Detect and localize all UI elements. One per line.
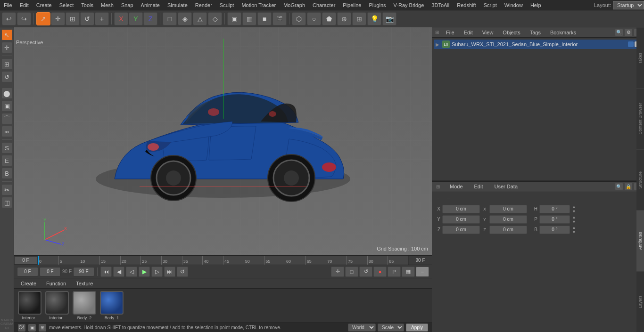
step-back-button[interactable]: ◀ [113, 267, 124, 277]
obj-search-icon[interactable]: 🔍 [615, 29, 623, 36]
pb-rotate-button[interactable]: ↺ [359, 267, 372, 277]
object-mode-button[interactable]: □ [163, 12, 177, 25]
left-smooth[interactable]: S [1, 142, 13, 154]
menu-script[interactable]: Script [480, 1, 501, 9]
obj-config-icon[interactable]: ⚙ [624, 29, 633, 36]
y-axis-button[interactable]: Y [129, 12, 143, 25]
current-frame-display[interactable] [14, 256, 38, 265]
pb-select-button[interactable]: □ [345, 267, 358, 277]
material-function-menu[interactable]: Function [41, 280, 71, 287]
coord-b-spin[interactable]: ▲▼ [572, 225, 576, 235]
redo-button[interactable]: ↪ [17, 12, 31, 25]
obj-menu-objects[interactable]: Objects [499, 29, 524, 36]
playback-start-input[interactable] [17, 267, 38, 276]
tab-content-browser[interactable]: Content Browser [636, 88, 644, 149]
rotate-mode-button[interactable]: ↺ [80, 12, 94, 25]
tab-attributes[interactable]: Attributes [636, 210, 644, 271]
layout-select[interactable]: Startup [613, 1, 644, 9]
viewport-mode-icon[interactable]: ▣ [28, 324, 36, 332]
move-mode-button[interactable]: ✛ [51, 12, 65, 25]
menu-simulate[interactable]: Simulate [164, 1, 191, 9]
pb-grid-button[interactable]: ▦ [402, 267, 415, 277]
left-scale-button[interactable]: ⊞ [1, 58, 13, 70]
viewport-container[interactable]: View Cameras Display Options Filter Pane… [14, 27, 432, 255]
coord-y-pos-input[interactable] [442, 215, 480, 224]
playback-start2-input[interactable] [40, 267, 61, 276]
menu-3dtoall[interactable]: 3DToAll [428, 1, 453, 9]
select-mode-button[interactable]: ↗ [36, 12, 50, 25]
menu-render[interactable]: Render [191, 1, 216, 9]
menu-vray[interactable]: V-Ray Bridge [390, 1, 428, 9]
timeline-playhead[interactable] [38, 256, 39, 265]
menu-animate[interactable]: Animate [137, 1, 164, 9]
boole-button[interactable]: ⊕ [337, 12, 351, 25]
x-axis-button[interactable]: X [114, 12, 128, 25]
render-settings-button[interactable]: 🎬 [272, 12, 287, 25]
timeline-ruler[interactable]: 051015202530354045505560657075808590 [38, 256, 408, 265]
pb-last-button[interactable]: ≡ [416, 267, 429, 277]
material-item-0[interactable]: Interior_ [18, 291, 41, 320]
coord-y-rot-input[interactable] [489, 215, 527, 224]
attr-search-icon[interactable]: 🔍 [615, 183, 623, 190]
left-iron[interactable]: ◫ [1, 197, 13, 208]
left-move-button[interactable]: ✛ [1, 42, 13, 53]
left-rotate-button[interactable]: ↺ [1, 71, 13, 82]
coord-p-spin[interactable]: ▲▼ [572, 215, 576, 224]
left-select-button[interactable]: ↖ [1, 29, 13, 40]
menu-sculpt[interactable]: Sculpt [216, 1, 238, 9]
obj-menu-file[interactable]: File [442, 29, 458, 36]
menu-help[interactable]: Help [527, 1, 545, 9]
coord-h-input[interactable] [539, 205, 570, 213]
undo-button[interactable]: ↩ [2, 12, 16, 25]
material-create-menu[interactable]: Create [16, 280, 41, 287]
menu-window[interactable]: Window [501, 1, 527, 9]
menu-mograph[interactable]: MoGraph [280, 1, 309, 9]
left-extrude[interactable]: E [1, 155, 13, 166]
left-loop-sel[interactable]: ∞ [1, 126, 13, 137]
render-picture-viewer-button[interactable]: ■ [257, 12, 272, 25]
obj-menu-tags[interactable]: Tags [526, 29, 545, 36]
play-button[interactable]: ▶ [139, 267, 150, 277]
menu-motion-tracker[interactable]: Motion Tracker [238, 1, 280, 9]
expand-icon[interactable]: ⊞ [39, 324, 46, 332]
tab-takes[interactable]: Takes [636, 27, 644, 88]
menu-snap[interactable]: Snap [117, 1, 137, 9]
apply-button[interactable]: Apply [406, 324, 428, 332]
obj-row-subaru[interactable]: ▶ L0 Subaru_WRX_STI_2021_Sedan_Blue_Simp… [434, 40, 642, 49]
tab-layers[interactable]: Layers [636, 271, 644, 332]
cylinder-button[interactable]: ⬟ [322, 12, 336, 25]
go-end-button[interactable]: ⏭ [164, 267, 175, 277]
loop-button[interactable]: ↺ [177, 267, 188, 277]
coord-z-pos-input[interactable] [442, 226, 480, 234]
left-lasso[interactable]: ⌒ [1, 113, 13, 124]
attr-menu-userdata[interactable]: User Data [491, 183, 522, 190]
coord-p-input[interactable] [539, 215, 570, 224]
left-live-select[interactable]: ⬤ [1, 88, 13, 99]
light-button[interactable]: 💡 [367, 12, 381, 25]
coord-x-pos-input[interactable] [442, 205, 480, 213]
menu-plugins[interactable]: Plugins [365, 1, 389, 9]
menu-mesh[interactable]: Mesh [97, 1, 117, 9]
left-bevel[interactable]: B [1, 168, 13, 179]
attr-menu-mode[interactable]: Mode [446, 183, 467, 190]
tab-structure[interactable]: Structure [636, 149, 644, 210]
attr-lock-icon[interactable]: 🔒 [624, 183, 633, 190]
material-item-1[interactable]: Interior_ [45, 291, 69, 320]
obj-menu-edit[interactable]: Edit [460, 29, 477, 36]
pb-move-button[interactable]: ✛ [331, 267, 344, 277]
playback-end-input[interactable] [73, 267, 94, 276]
obj-menu-bookmarks[interactable]: Bookmarks [546, 29, 580, 36]
point-mode-button[interactable]: ◇ [208, 12, 222, 25]
pb-record-button[interactable]: ● [373, 267, 387, 277]
z-axis-button[interactable]: Z [143, 12, 157, 25]
coord-b-input[interactable] [539, 226, 570, 234]
coord-h-spin[interactable]: ▲▼ [572, 204, 576, 214]
pb-key-button[interactable]: P [388, 267, 401, 277]
scale-mode-button[interactable]: ⊞ [66, 12, 80, 25]
menu-file[interactable]: File [0, 1, 16, 9]
viewport-3d[interactable]: Perspective X Y Z Grid Spacing : 100 cm [14, 27, 432, 255]
edge-mode-button[interactable]: △ [193, 12, 207, 25]
render-region-button[interactable]: ▣ [227, 12, 241, 25]
go-start-button[interactable]: ⏮ [100, 267, 112, 277]
step-fwd-button[interactable]: ▷ [151, 267, 163, 277]
